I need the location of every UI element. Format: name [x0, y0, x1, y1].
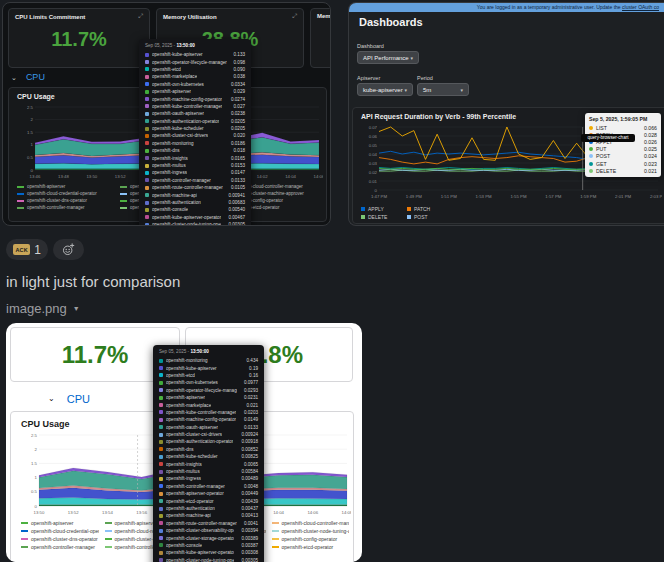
slack-dark-page: { "message": { "text": "in light just fo… [0, 0, 664, 562]
tooltip-row: openshift-insights0.0065 [159, 460, 258, 467]
legend-item[interactable]: POST [407, 214, 447, 220]
legend-item[interactable]: openshift-controller-manager [17, 205, 114, 210]
tooltip-row: openshift-machine-config-operator0.0274 [145, 95, 245, 102]
apiserver-filter-label: Apiserver [357, 75, 380, 81]
tooltip-row: openshift-cluster-csi-drivers0.00924 [159, 431, 258, 438]
svg-text:0.01: 0.01 [369, 179, 378, 184]
series-name: openshift-route-controller-manager [152, 185, 223, 190]
series-name: openshift-kube-apiserver [166, 366, 217, 371]
series-value: 0.0205 [227, 126, 245, 131]
series-name: openshift-apiserver [166, 395, 205, 400]
series-swatch [145, 223, 149, 226]
legend-item[interactable]: GET [361, 222, 401, 224]
svg-text:0: 0 [375, 188, 378, 193]
series-swatch [159, 381, 163, 385]
series-swatch [145, 208, 149, 212]
legend-swatch [272, 538, 279, 540]
legend-item[interactable]: APPLY [361, 206, 401, 212]
legend-swatch [361, 215, 365, 219]
series-value: 0.0105 [227, 185, 245, 190]
series-name: openshift-console [166, 543, 202, 548]
svg-text:2:01 PM: 2:01 PM [615, 194, 631, 199]
legend-item[interactable]: openshift-cloud-controller-manager [272, 520, 350, 526]
dashboard-filter-label: Dashboard [357, 43, 384, 49]
legend-item[interactable]: openshift-cloud-credential-operator [17, 191, 114, 196]
expand-icon[interactable]: ⤢ [138, 13, 143, 20]
expand-icon[interactable]: ⤢ [292, 13, 297, 20]
cpu-section-label[interactable]: CPU [26, 72, 45, 82]
series-swatch [145, 149, 149, 153]
series-value: 0.029 [230, 89, 246, 94]
cpu-section-header[interactable]: ⌄ CPU [11, 72, 45, 82]
tooltip-row: openshift-console0.00540 [145, 206, 245, 213]
legend-item[interactable]: openshift-cluster-node-tuning-operator [272, 528, 350, 534]
legend-item[interactable]: openshift-apiserver [17, 184, 114, 189]
cpu-section-label[interactable]: CPU [67, 393, 90, 405]
series-name: openshift-authentication-operator [152, 119, 219, 124]
legend-item[interactable]: openshift-apiserver [21, 520, 99, 526]
tooltip-row: PUT0.025 [589, 146, 657, 153]
cpu-section-header-light[interactable]: ⌄ CPU [48, 393, 90, 405]
series-name: openshift-dns [166, 447, 194, 452]
legend-swatch [105, 522, 112, 524]
metric-value: 11.7% [9, 28, 149, 51]
series-value: 0.0133 [240, 425, 258, 430]
chevron-down-icon[interactable]: ⌄ [48, 395, 55, 403]
series-value: 0.098 [230, 60, 246, 65]
tooltip-row: openshift-dns0.00852 [159, 446, 258, 453]
legend-swatch [407, 215, 411, 219]
tooltip-row: openshift-apiserver0.029 [145, 88, 245, 95]
apiserver-select[interactable]: kube-apiserver▾ [357, 83, 413, 96]
series-name: openshift-cluster-observability-operator [166, 528, 234, 533]
chevron-down-icon[interactable]: ⌄ [11, 74, 17, 81]
period-filter-label: Period [417, 75, 433, 81]
dashboard-select[interactable]: API Performance▾ [357, 51, 419, 64]
legend-item[interactable]: DELETE [361, 214, 401, 220]
series-dot [589, 169, 593, 173]
legend-swatch [17, 200, 24, 202]
legend-item[interactable]: openshift-cloud-credential-operator [21, 528, 99, 534]
tooltip-row: openshift-ingress0.0147 [145, 169, 245, 176]
legend-swatch [120, 200, 127, 202]
legend-item[interactable]: openshift-cluster-dns-operator [21, 536, 99, 542]
attachment-dark-screenshot[interactable]: CPU Limits Commitment ⤢ 11.7% Memory Uti… [2, 2, 331, 226]
series-name: openshift-etcd [166, 373, 195, 378]
tooltip-row: openshift-machine-api0.00941 [145, 191, 245, 198]
panel-title: API Request Duration by Verb - 99th Perc… [361, 113, 516, 120]
collapse-triangle-icon[interactable]: ▼ [73, 305, 80, 312]
legend-item[interactable]: openshift-config-operator [272, 536, 350, 542]
oauth-config-link[interactable]: cluster OAuth co [622, 4, 659, 10]
chart-tooltip-light: Sep 05, 2025 - 13:50:00 openshift-monito… [153, 345, 264, 562]
tooltip-row: openshift-oauth-apiserver0.0133 [159, 424, 258, 431]
add-reaction-button[interactable] [53, 239, 84, 260]
dashboards-title: Dashboards [359, 16, 423, 28]
file-attachment-header[interactable]: image.png ▼ [6, 301, 80, 316]
attachment-light-screenshot[interactable]: 11.7% 28.8% ⌄ CPU CPU Usage 00.511.522.5… [6, 323, 362, 562]
legend-swatch [105, 530, 112, 532]
legend-item[interactable]: PUT [407, 222, 447, 224]
series-swatch [159, 499, 163, 503]
legend-item[interactable]: openshift-controller-manager [21, 544, 99, 550]
attachment-dashboards-screenshot[interactable]: You are logged in as a temporary adminis… [348, 2, 664, 226]
series-swatch [159, 470, 163, 474]
svg-text:1:59 PM: 1:59 PM [580, 194, 596, 199]
legend-item[interactable]: openshift-cluster-dns-operator [17, 198, 114, 203]
series-name: openshift-machine-config-operator [152, 97, 222, 102]
legend-swatch [105, 538, 112, 540]
tooltip-row: openshift-controller-manager0.0133 [145, 177, 245, 184]
legend-item[interactable]: PATCH [407, 206, 447, 212]
reaction-ack[interactable]: ACK 1 [6, 239, 48, 260]
series-name: openshift-machine-api [152, 193, 197, 198]
tooltip-row: openshift-route-controller-manager0.0105 [145, 184, 245, 191]
series-swatch [159, 388, 163, 392]
series-name: openshift-marketplace [152, 74, 197, 79]
series-value: 0.0977 [240, 380, 258, 385]
legend-swatch [21, 546, 28, 548]
series-swatch [159, 373, 163, 377]
tooltip-row: GET0.023 [589, 160, 657, 167]
legend-item[interactable]: openshift-etcd-operator [272, 544, 350, 550]
legend-swatch [361, 223, 365, 224]
series-swatch [159, 462, 163, 466]
verb-label: LIST [596, 125, 607, 131]
period-select[interactable]: 5m▾ [417, 83, 469, 96]
